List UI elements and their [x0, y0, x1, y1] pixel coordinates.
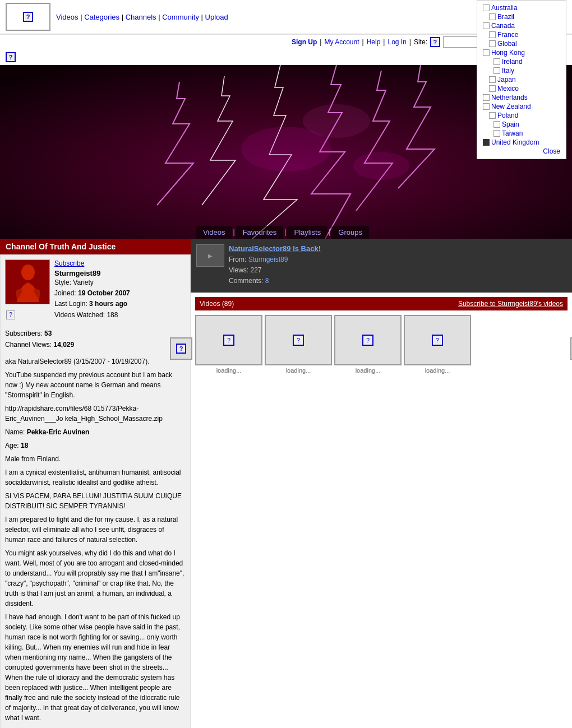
nav-channels[interactable]: Channels: [126, 13, 156, 21]
taiwan-link[interactable]: Taiwan: [502, 129, 523, 138]
video-thumb-img-1[interactable]: ?: [195, 315, 262, 365]
ireland-link[interactable]: Ireland: [502, 57, 523, 66]
video-thumb-4[interactable]: ? loading...: [404, 315, 471, 374]
canada-checkbox[interactable]: [483, 22, 490, 29]
style-label: Style: Variety: [54, 279, 94, 286]
nav-community[interactable]: Community: [162, 13, 199, 21]
australia-checkbox[interactable]: [483, 4, 490, 11]
avatar: [5, 259, 50, 304]
channel-details: Subscribe Sturmgeist89 Style: Variety Jo…: [54, 259, 186, 321]
uk-checkbox[interactable]: [483, 139, 490, 146]
videos-section: Videos (89) Subscribe to Sturmgeist89's …: [191, 293, 572, 378]
channel-tabs: Videos | Favourites | Playlists | Groups: [196, 226, 369, 239]
videos-watched-count: 188: [107, 311, 118, 319]
uk-link[interactable]: United Kingdom: [491, 138, 539, 147]
video-thumb-1[interactable]: ? loading...: [195, 315, 262, 374]
main-content: Channel Of Truth And Justice: [0, 239, 572, 728]
desc3: I am a cynical existentialist, antihuman…: [5, 467, 186, 488]
login-link[interactable]: Log In: [388, 38, 406, 46]
videos-header: Videos (89) Subscribe to Sturmgeist89's …: [195, 297, 568, 310]
channel-stats: Subscribers: 53 Channel Views: 14,029: [5, 325, 186, 354]
side-thumb-left[interactable]: ?: [170, 337, 192, 360]
comments-count-link[interactable]: 8: [265, 277, 269, 285]
channel-views-label: Channel Views:: [5, 341, 52, 349]
poland-checkbox[interactable]: [489, 112, 496, 119]
joined-label: Joined:: [54, 289, 76, 297]
italy-link[interactable]: Italy: [502, 66, 514, 75]
help-link[interactable]: Help: [367, 38, 381, 46]
avatar-svg: [6, 260, 50, 304]
tab-favourites[interactable]: Favourites: [236, 226, 284, 239]
channel-meta: Style: Variety Joined: 19 October 2007 L…: [54, 277, 186, 321]
nav-links: Videos | Categories | Channels | Communi…: [56, 13, 228, 21]
nav-categories[interactable]: Categories: [84, 13, 119, 21]
videos-watched-label: Videos Watched:: [54, 311, 105, 319]
nav-upload[interactable]: Upload: [205, 13, 228, 21]
subscribe-videos-link[interactable]: Subscribe to Sturmgeist89's videos: [458, 300, 563, 308]
video-thumb-qicon-2: ?: [293, 335, 304, 346]
spain-link[interactable]: Spain: [502, 120, 519, 129]
video-thumb-img-2[interactable]: ?: [265, 315, 332, 365]
avatar-image: [6, 260, 49, 304]
netherlands-link[interactable]: Netherlands: [491, 93, 528, 102]
close-menu-link[interactable]: Close: [483, 147, 560, 156]
france-checkbox[interactable]: [489, 31, 496, 38]
france-link[interactable]: France: [497, 30, 518, 39]
hongkong-link[interactable]: Hong Kong: [491, 48, 525, 57]
from-label: From:: [229, 256, 246, 263]
japan-link[interactable]: Japan: [497, 75, 516, 84]
video-loading-1: loading...: [195, 367, 262, 374]
hongkong-checkbox[interactable]: [483, 49, 490, 56]
age-field: Age: 18: [5, 440, 186, 451]
video-thumb-3[interactable]: ? loading...: [334, 315, 402, 374]
spain-checkbox[interactable]: [493, 121, 500, 128]
tab-playlists[interactable]: Playlists: [287, 226, 327, 239]
signup-link[interactable]: Sign Up: [292, 38, 317, 46]
from-user-link[interactable]: Sturmgeist89: [248, 256, 288, 263]
global-link[interactable]: Global: [497, 39, 517, 48]
site-logo: ?: [6, 3, 50, 31]
video-thumb-2[interactable]: ? loading...: [265, 315, 332, 374]
name-value: Pekka-Eric Auvinen: [27, 428, 90, 436]
featured-video-meta: From: Sturmgeist89 Views: 227 Comments: …: [229, 254, 321, 287]
japan-checkbox[interactable]: [489, 76, 496, 83]
top-left-question-icon[interactable]: ?: [6, 52, 16, 62]
featured-video-title[interactable]: NaturalSelector89 Is Back!: [229, 244, 321, 253]
netherlands-checkbox[interactable]: [483, 94, 490, 101]
video-thumb-qicon-3: ?: [362, 335, 373, 346]
tab-groups[interactable]: Groups: [331, 226, 369, 239]
brazil-link[interactable]: Brazil: [497, 12, 514, 21]
name-label: Name:: [5, 428, 25, 436]
mexico-link[interactable]: Mexico: [497, 84, 519, 93]
nav-videos[interactable]: Videos: [56, 13, 79, 21]
subscribe-link[interactable]: Subscribe: [54, 259, 186, 267]
logo-question-icon: ?: [23, 12, 33, 22]
site-icon[interactable]: ?: [430, 37, 440, 47]
video-thumb-img-3[interactable]: ?: [334, 315, 402, 365]
subscribers-count: 53: [44, 330, 52, 337]
featured-video-thumb: ▶: [196, 244, 224, 267]
video-thumb-img-4[interactable]: ?: [404, 315, 471, 365]
ireland-checkbox[interactable]: [493, 58, 500, 65]
channel-title: Channel Of Truth And Justice: [0, 239, 191, 254]
canada-link[interactable]: Canada: [491, 21, 515, 30]
tab-videos[interactable]: Videos: [196, 226, 232, 239]
side-thumb-left-icon: ?: [176, 344, 186, 354]
poland-link[interactable]: Poland: [497, 111, 518, 120]
brazil-checkbox[interactable]: [489, 13, 496, 20]
channel-username: Sturmgeist89: [54, 269, 186, 277]
mexico-checkbox[interactable]: [489, 85, 496, 92]
italy-checkbox[interactable]: [493, 67, 500, 74]
australia-link[interactable]: Australia: [491, 3, 518, 12]
sidebar: Channel Of Truth And Justice: [0, 239, 191, 728]
newzealand-link[interactable]: New Zealand: [491, 102, 531, 111]
last-login-label: Last Login:: [54, 300, 87, 308]
featured-video-info: NaturalSelector89 Is Back! From: Sturmge…: [229, 244, 321, 287]
avatar-question-icon[interactable]: ?: [6, 310, 15, 319]
newzealand-checkbox[interactable]: [483, 103, 490, 110]
videos-grid: ? ? ? loading... ? loading..: [195, 315, 568, 374]
global-checkbox[interactable]: [489, 40, 496, 47]
taiwan-checkbox[interactable]: [493, 130, 500, 137]
my-account-link[interactable]: My Account: [324, 38, 359, 46]
last-login-time: 3 hours ago: [89, 300, 127, 308]
